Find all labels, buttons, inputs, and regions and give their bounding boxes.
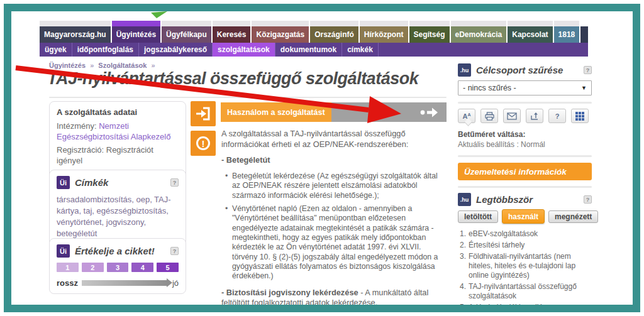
- nav-tab-label: Magyarország.hu: [40, 26, 111, 43]
- subnav-item-szolg-ltat-sok[interactable]: szolgáltatások: [213, 43, 275, 57]
- most-list-item[interactable]: 4.TAJ-nyilvántartással összefüggő szolgá…: [458, 282, 592, 301]
- share-button[interactable]: [526, 109, 543, 123]
- print-button[interactable]: [480, 109, 498, 123]
- use-service-bar[interactable]: Használom a szolgáltatást: [221, 102, 447, 122]
- use-service-button[interactable]: Használom a szolgáltatást: [221, 102, 331, 122]
- most-tab-let-lt-tt[interactable]: letöltött: [458, 210, 498, 223]
- breadcrumb-separator: »: [90, 62, 94, 69]
- rating-low-label: rossz: [57, 278, 78, 288]
- ui-badge-icon: Üi: [57, 176, 70, 189]
- nav-tab-strip: [252, 21, 309, 26]
- nav-tab-strip: [213, 21, 251, 26]
- breadcrumb-link-ugyintezes[interactable]: Ügyintézés: [49, 62, 86, 69]
- operations-info-banner[interactable]: Üzemeltetési információk: [458, 163, 592, 180]
- enter-service-icon: [191, 101, 216, 126]
- hu-badge-icon: .hu: [458, 63, 471, 77]
- nav-tab-edemokr-cia[interactable]: eDemokrácia: [451, 21, 507, 43]
- most-list-item[interactable]: 3.Földhivatali-nyilvántartás (nem hitele…: [458, 252, 592, 280]
- nav-tab-label: Kapcsolat: [508, 26, 552, 43]
- dot-arrow-icon: [419, 107, 439, 117]
- nav-tab-strip: [554, 21, 580, 26]
- caret-down-icon: ▼: [581, 85, 587, 91]
- share-icon: [530, 112, 539, 121]
- subnav-item-id-pontfoglal-s[interactable]: időpontfoglalás: [72, 43, 139, 57]
- most-item-label: Értesítési tárhely: [469, 241, 592, 250]
- nav-tab-label: Segítség: [409, 26, 450, 43]
- subnav-item-gyek[interactable]: ügyek: [40, 43, 72, 57]
- help-icon[interactable]: ?: [170, 178, 179, 187]
- nav-tab-gyf-lkapu[interactable]: Ügyfélkapu: [162, 21, 211, 43]
- rating-slider[interactable]: [82, 280, 167, 286]
- article-item-betegeletut: - Betegéletút: [221, 155, 447, 166]
- email-button[interactable]: [503, 109, 521, 123]
- most-list: 1.eBEV-szolgáltatások2.Értesítési tárhel…: [458, 229, 592, 312]
- subnav-item-c-mk-k[interactable]: címkék: [342, 43, 379, 57]
- breadcrumb-link-szolgaltatasok[interactable]: Szolgáltatások: [98, 62, 147, 69]
- rating-button-1[interactable]: 1: [57, 263, 79, 272]
- font-size-label: Betűméret váltása:: [458, 130, 592, 139]
- nav-tab-strip: [310, 21, 358, 26]
- primary-nav: Magyarország.huÜgyintézésÜgyfélkapuKeres…: [40, 21, 588, 43]
- rating-title: Értékelje a cikket!: [75, 246, 170, 256]
- help-button[interactable]: ?: [548, 109, 566, 123]
- most-item-label: Földhivatali-nyilvántartás (nem hiteles,…: [469, 252, 592, 280]
- tags-list[interactable]: társadalombiztosítás, oep, TAJ-kártya, t…: [57, 194, 179, 239]
- most-list-item[interactable]: 5.Adó- és járulékbevallás: [458, 303, 592, 312]
- help-icon[interactable]: ?: [584, 195, 592, 204]
- nav-tab-kapcsolat[interactable]: Kapcsolat: [508, 21, 552, 43]
- nav-tab-strip: [360, 21, 408, 26]
- nav-tab-orsz-ginf[interactable]: Országinfó: [310, 21, 358, 43]
- rating-button-4[interactable]: 4: [131, 263, 153, 272]
- nav-tab-k-zigazgat-s[interactable]: Közigazgatás: [252, 21, 309, 43]
- printer-icon: [485, 112, 494, 121]
- ui-badge-icon: Üi: [57, 244, 70, 258]
- divider: [458, 155, 592, 157]
- breadcrumb-separator: »: [151, 62, 155, 69]
- rating-buttons: 12345: [57, 263, 179, 272]
- most-list-item[interactable]: 1.eBEV-szolgáltatások: [458, 229, 592, 239]
- article-bullet: Betegéletút lekérdezése (Az egészségügyi…: [224, 172, 447, 200]
- logo-fragment: [151, 11, 169, 18]
- nav-tab-strip: [451, 21, 507, 26]
- most-item-label: TAJ-nyilvántartással összefüggő szolgált…: [469, 282, 592, 301]
- nav-tab-label: Közigazgatás: [252, 26, 309, 43]
- nav-tab-label: 1818: [554, 26, 580, 43]
- divider: [458, 186, 592, 188]
- rating-button-5[interactable]: 5: [157, 263, 179, 272]
- article-bullet-list: Betegéletút lekérdezése (Az egészségügyi…: [224, 172, 447, 281]
- nav-tab-strip: [508, 21, 552, 26]
- subnav-item-dokumentumok[interactable]: dokumentumok: [275, 43, 342, 57]
- nav-tab-keres-s[interactable]: Keresés: [213, 21, 251, 43]
- secondary-nav: ügyekidőpontfoglalásjogszabálykeresőszol…: [40, 43, 588, 57]
- page-frame: Magyarország.huÜgyintézésÜgyfélkapuKeres…: [4, 4, 640, 312]
- font-size-current: Aktuális beállítás : Normál: [458, 140, 592, 149]
- article-bullet: Vénytörténet napló (Ezen az oldalon - am…: [224, 204, 447, 281]
- target-filter-select[interactable]: - nincs szűrés - ▼: [458, 80, 592, 95]
- apps-grid-button[interactable]: [571, 109, 589, 123]
- most-item-number: 3.: [458, 252, 469, 280]
- nav-tab-h-rk-zpont[interactable]: Hírközpont: [360, 21, 408, 43]
- nav-tab-strip: [162, 21, 211, 26]
- help-icon[interactable]: ?: [584, 66, 592, 74]
- nav-tab-seg-ts-g[interactable]: Segítség: [409, 21, 450, 43]
- nav-tab-1818[interactable]: 1818: [554, 21, 580, 43]
- rating-button-3[interactable]: 3: [107, 263, 129, 272]
- article-intro: A szolgáltatással a TAJ-nyilvántartással…: [221, 129, 447, 150]
- page-title: TAJ-nyilvántartással összefüggő szolgált…: [47, 69, 418, 89]
- divider: [458, 102, 592, 104]
- grid-icon: [575, 112, 584, 121]
- help-icon[interactable]: ?: [170, 247, 179, 255]
- target-filter-title: Célcsoport szűrése: [476, 65, 584, 75]
- use-service-arrow[interactable]: [331, 102, 447, 122]
- most-tabs: letöltötthasználtmegnézett: [458, 209, 592, 224]
- rating-button-2[interactable]: 2: [82, 263, 104, 272]
- subnav-item-jogszab-lykeres[interactable]: jogszabálykereső: [139, 43, 213, 57]
- nav-tab-gyint-z-s[interactable]: Ügyintézés: [112, 21, 160, 43]
- nav-tab-label: Ügyfélkapu: [162, 26, 211, 43]
- nav-tab-magyarorsz-g-hu[interactable]: Magyarország.hu: [40, 21, 111, 43]
- most-tab-haszn-lt[interactable]: használt: [502, 209, 545, 224]
- nav-tab-label: Hírközpont: [360, 26, 408, 43]
- most-tab-megn-zett[interactable]: megnézett: [548, 210, 598, 223]
- service-registration: Regisztráció: Regisztrációt igényel: [57, 144, 179, 166]
- most-list-item[interactable]: 2.Értesítési tárhely: [458, 241, 592, 250]
